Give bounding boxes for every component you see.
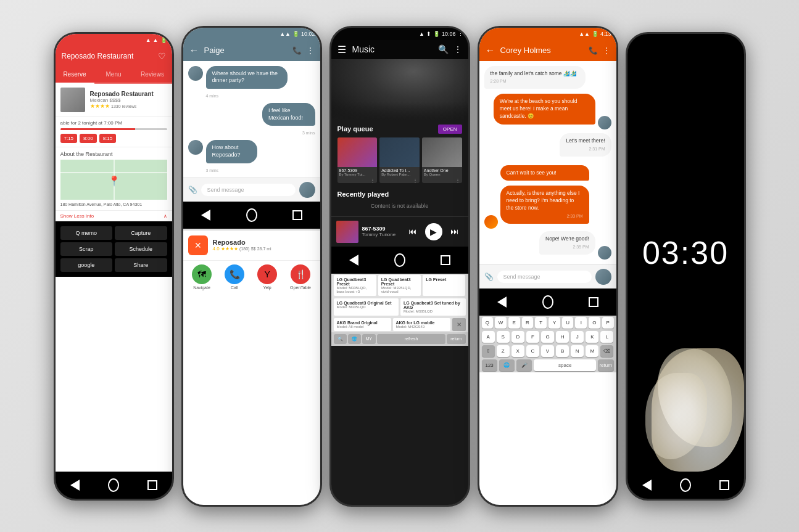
- p1-btn-schedule[interactable]: Schedule: [115, 242, 167, 256]
- p3-refresh-key[interactable]: refresh: [377, 334, 445, 344]
- p4-key-f[interactable]: F: [526, 331, 539, 343]
- p1-btn-scrap[interactable]: Scrap: [60, 242, 113, 256]
- p4-key-d[interactable]: D: [511, 331, 524, 343]
- p1-favorite-icon[interactable]: ♡: [158, 51, 166, 61]
- p3-search-key[interactable]: 🔍: [334, 334, 347, 344]
- p4-key-u[interactable]: U: [562, 317, 574, 329]
- p4-key-c[interactable]: C: [526, 345, 539, 357]
- p4-key-a[interactable]: A: [482, 331, 495, 343]
- p3-more-menu-icon[interactable]: ⋮: [453, 44, 462, 54]
- p3-eq-delete[interactable]: ✕: [452, 318, 466, 331]
- p3-open-button[interactable]: OPEN: [438, 125, 462, 134]
- p3-search-icon[interactable]: 🔍: [438, 44, 449, 54]
- p3-play-button[interactable]: ▶: [425, 223, 442, 240]
- p1-slot-2[interactable]: 8:15: [99, 134, 117, 143]
- p3-eq-cell-1[interactable]: LG Quadbeat3 Preset Model: M335LQD, vivi…: [378, 275, 421, 296]
- p4-key-w[interactable]: W: [495, 317, 507, 329]
- p4-key-p[interactable]: P: [602, 317, 614, 329]
- p4-message-input[interactable]: Send message: [497, 271, 592, 283]
- p2-nav-back[interactable]: [201, 210, 212, 221]
- p4-key-o[interactable]: O: [589, 317, 600, 329]
- p5-nav-back[interactable]: [641, 480, 652, 491]
- p4-key-r[interactable]: R: [522, 317, 534, 329]
- p3-eq-cell-0[interactable]: LG Quadbeat3 Preset Model: M335LQD, bass…: [334, 275, 376, 296]
- p4-key-j[interactable]: J: [571, 331, 584, 343]
- p1-nav-back[interactable]: [69, 480, 80, 491]
- p1-tab-reviews[interactable]: Reviews: [133, 66, 172, 84]
- p2-action-call[interactable]: 📞 Call: [225, 264, 244, 290]
- p2-action-navigate[interactable]: 🗺 Navigate: [192, 264, 212, 290]
- p1-tab-menu[interactable]: Menu: [94, 66, 133, 84]
- p5-nav-home[interactable]: [680, 480, 691, 491]
- p2-nav-recents[interactable]: [292, 210, 303, 221]
- p3-track-more-2[interactable]: ⋮: [422, 178, 462, 183]
- p4-key-mic[interactable]: 🎤: [516, 359, 532, 371]
- p1-btn-capture[interactable]: Capture: [115, 226, 167, 240]
- p4-key-m[interactable]: M: [586, 345, 598, 357]
- p1-slot-0[interactable]: 7:15: [60, 134, 78, 143]
- p3-track-1[interactable]: Addicted To I... By Robert Palm... ⋮: [379, 137, 420, 183]
- p4-key-h[interactable]: H: [556, 331, 569, 343]
- p4-nav-recents[interactable]: [588, 297, 599, 308]
- p4-key-shift[interactable]: ⇧: [482, 345, 495, 357]
- p1-show-less[interactable]: Show Less Info ∧: [56, 211, 172, 221]
- p3-menu-icon[interactable]: ☰: [337, 44, 346, 55]
- p3-eq-cell-2[interactable]: LG Preset: [423, 275, 465, 296]
- p3-globe-key[interactable]: 🌐: [348, 334, 361, 344]
- p1-btn-qmemo[interactable]: Q memo: [60, 226, 113, 240]
- p2-phone-icon[interactable]: 📞: [292, 46, 302, 55]
- p4-key-x[interactable]: X: [511, 345, 524, 357]
- p4-key-q[interactable]: Q: [482, 317, 494, 329]
- p2-more-icon[interactable]: ⋮: [307, 46, 314, 55]
- p1-nav-home[interactable]: [108, 480, 119, 491]
- p3-next-button[interactable]: ⏭: [446, 223, 463, 240]
- p1-btn-google[interactable]: google: [60, 258, 113, 272]
- p2-attach-icon[interactable]: 📎: [188, 186, 197, 194]
- p4-more-icon[interactable]: ⋮: [603, 46, 610, 55]
- p4-key-e[interactable]: E: [508, 317, 520, 329]
- p4-key-globe[interactable]: 🌐: [499, 359, 515, 371]
- p3-track-more-0[interactable]: ⋮: [337, 178, 378, 183]
- p3-track-2[interactable]: Another One By Queen ⋮: [422, 137, 462, 183]
- p4-key-y[interactable]: Y: [549, 317, 560, 329]
- p1-tab-reserve[interactable]: Reserve: [56, 66, 94, 84]
- p4-key-b[interactable]: B: [556, 345, 569, 357]
- p4-key-del[interactable]: ⌫: [600, 345, 613, 357]
- p4-key-k[interactable]: K: [586, 331, 598, 343]
- p3-eq-cell-4[interactable]: LG Quadbeat3 Set tuned by AKG Model: M33…: [400, 298, 466, 316]
- p4-key-l[interactable]: L: [600, 331, 613, 343]
- p3-nav-recents[interactable]: [440, 255, 451, 266]
- p4-nav-home[interactable]: [542, 297, 553, 308]
- p4-attach-icon[interactable]: 📎: [484, 272, 494, 281]
- p4-key-g[interactable]: G: [541, 331, 554, 343]
- p4-back-button[interactable]: ←: [486, 45, 495, 56]
- p3-eq-cell-3[interactable]: LG Quadbeat3 Original Set Model: M335LQD: [334, 298, 399, 316]
- p3-track-more-1[interactable]: ⋮: [379, 178, 420, 183]
- p3-nav-home[interactable]: [394, 255, 405, 266]
- p4-key-t[interactable]: T: [535, 317, 547, 329]
- p3-eq-cell-6[interactable]: AKG for LG mobile Model: M42GS43: [393, 318, 450, 331]
- p2-action-yelp[interactable]: Y Yelp: [257, 264, 277, 290]
- p4-key-s[interactable]: S: [497, 331, 510, 343]
- p4-key-space[interactable]: space: [534, 359, 596, 371]
- p4-phone-icon[interactable]: 📞: [589, 46, 598, 55]
- p3-my-key[interactable]: MY: [362, 334, 376, 344]
- p3-track-0[interactable]: 867-5309 By Tommy Tut... ⋮: [337, 137, 378, 183]
- p4-key-i[interactable]: I: [575, 317, 587, 329]
- p3-eq-cell-5[interactable]: AKG Brand Original Model: All model: [334, 318, 391, 331]
- p4-key-123[interactable]: 123: [482, 359, 497, 371]
- p4-key-n[interactable]: N: [571, 345, 584, 357]
- p2-message-input[interactable]: Send message: [201, 184, 296, 196]
- p5-nav-recents[interactable]: [719, 480, 730, 491]
- p1-nav-recents[interactable]: [147, 480, 158, 491]
- p2-back-button[interactable]: ←: [189, 45, 199, 56]
- p4-nav-back[interactable]: [497, 297, 508, 308]
- p1-btn-share[interactable]: Share: [115, 258, 167, 272]
- p3-nav-back[interactable]: [349, 255, 360, 266]
- p2-nav-home[interactable]: [246, 210, 257, 221]
- p3-return-key[interactable]: return: [447, 334, 465, 344]
- p2-action-opentable[interactable]: 🍴 OpenTable: [290, 264, 311, 290]
- p3-prev-button[interactable]: ⏮: [404, 223, 421, 240]
- p1-slot-1[interactable]: 8:00: [80, 134, 97, 143]
- p4-key-return[interactable]: return: [598, 359, 613, 371]
